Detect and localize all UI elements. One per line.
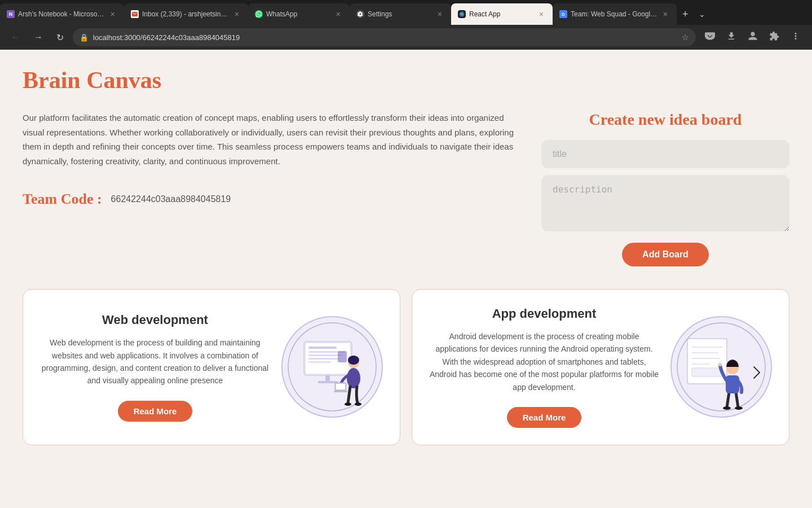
bookmark-star-icon[interactable]: ☆ [682,33,689,42]
tab-6[interactable]: D Team: Web Squad - Google D... × [553,3,677,25]
tab-bar: N Arsh's Notebook - Microsoft O... × Inb… [0,0,812,25]
tab-favicon-3 [255,10,263,18]
svg-rect-12 [338,351,347,362]
address-bar[interactable] [93,33,677,42]
svg-point-31 [735,406,743,410]
card-1-text-area: Web development Web development is the p… [40,313,270,422]
card-app-development: App development Android development is t… [412,289,789,445]
address-bar-container: 🔒 ☆ [73,28,696,46]
svg-point-15 [347,368,360,388]
refresh-button[interactable]: ↻ [52,29,68,46]
description-textarea[interactable] [541,175,789,231]
card-2-read-more-button[interactable]: Read More [507,407,582,428]
new-tab-button[interactable]: + [677,3,694,25]
card-web-development: Web development Web development is the p… [23,289,400,445]
svg-rect-19 [336,384,345,389]
profile-icon[interactable] [743,28,762,47]
right-section: Create new idea board Add Board [541,111,789,266]
add-board-button[interactable]: Add Board [622,243,709,266]
svg-rect-29 [692,368,723,376]
pocket-icon[interactable] [700,28,720,47]
tab-favicon-5 [458,10,466,18]
cards-section: Web development Web development is the p… [23,289,789,445]
tab-close-1[interactable]: × [108,8,117,20]
create-board-title: Create new idea board [541,111,789,129]
card-2-title: App development [429,306,659,321]
card-1-title: Web development [40,313,270,327]
tab-favicon-1: N [7,10,15,18]
tab-title-1: Arsh's Notebook - Microsoft O... [18,10,105,18]
card-1-read-more-button[interactable]: Read More [118,401,193,422]
team-code-label: Team Code : [23,191,102,208]
nav-bar: ← → ↻ 🔒 ☆ [0,25,812,50]
svg-point-0 [461,14,462,15]
card-2-illustration [670,316,772,418]
left-section: Our platform facilitates the automatic c… [23,111,519,208]
svg-rect-14 [318,381,338,383]
svg-rect-20 [334,391,347,392]
svg-rect-24 [687,339,727,384]
browser-action-icons [700,28,805,47]
tab-close-6[interactable]: × [661,8,670,20]
svg-point-34 [718,363,722,366]
svg-point-21 [345,402,351,406]
app-title: Brain Canvas [23,67,789,94]
tab-favicon-2 [131,10,139,18]
tab-close-4[interactable]: × [435,8,444,20]
extensions-icon[interactable] [765,28,784,47]
tab-favicon-6: D [559,10,567,18]
svg-rect-13 [325,375,330,381]
title-input[interactable] [541,140,789,168]
card-1-description: Web development is the process of buildi… [40,336,270,387]
forward-button[interactable]: → [29,29,47,46]
team-code-section: Team Code : 66242244c03aaa8984045819 [23,191,519,208]
tab-overflow-button[interactable]: ⌄ [694,3,710,25]
tab-4[interactable]: Settings × [350,3,451,25]
menu-icon[interactable] [786,28,805,47]
page-content: Brain Canvas Our platform facilitates th… [0,50,812,501]
tab-close-2[interactable]: × [232,8,241,20]
tab-title-6: Team: Web Squad - Google D... [571,10,657,18]
tab-title-5: React App [469,10,533,18]
app-description: Our platform facilitates the automatic c… [23,111,519,168]
card-2-description: Android development is the process of cr… [429,330,659,393]
security-icon: 🔒 [80,33,89,42]
svg-rect-32 [726,375,739,393]
tab-close-5[interactable]: × [537,8,546,20]
back-button[interactable]: ← [7,29,25,46]
tab-close-3[interactable]: × [334,8,343,20]
download-icon[interactable] [722,28,741,47]
svg-point-30 [723,406,731,410]
main-layout: Our platform facilitates the automatic c… [23,111,789,266]
svg-point-17 [348,356,359,365]
tab-3[interactable]: WhatsApp × [248,3,350,25]
browser-window: N Arsh's Notebook - Microsoft O... × Inb… [0,0,812,50]
svg-rect-7 [308,347,337,349]
card-2-text-area: App development Android development is t… [429,306,659,428]
tab-title-4: Settings [368,10,432,18]
card-1-illustration [281,316,383,418]
tab-2[interactable]: Inbox (2,339) - arshjeetsingh... × [124,3,248,25]
team-code-value: 66242244c03aaa8984045819 [111,194,231,204]
svg-rect-11 [308,361,331,363]
tab-title-3: WhatsApp [266,10,330,18]
svg-point-22 [355,402,361,406]
tab-title-2: Inbox (2,339) - arshjeetsingh... [142,10,229,18]
svg-rect-9 [308,354,342,356]
tab-1[interactable]: N Arsh's Notebook - Microsoft O... × [0,3,124,25]
tab-5-react[interactable]: React App × [451,3,553,25]
svg-rect-10 [308,358,339,360]
tab-favicon-4 [356,10,364,18]
